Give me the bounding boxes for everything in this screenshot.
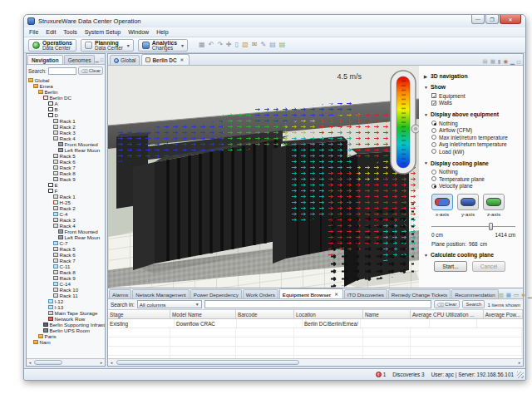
bottom-tab[interactable]: ITO Discoveries ✕ bbox=[344, 289, 387, 298]
radio-icon[interactable] bbox=[431, 170, 436, 175]
window-control-button[interactable]: — bbox=[471, 15, 485, 24]
toolbar-icon[interactable]: ✉ bbox=[252, 42, 258, 48]
column-header[interactable]: Average Pow... bbox=[484, 310, 523, 318]
radio-icon[interactable] bbox=[431, 142, 436, 147]
tree-item[interactable]: Rack 7 bbox=[27, 165, 105, 170]
columns-filter-dropdown[interactable]: All columns ▼ bbox=[137, 300, 202, 308]
tree-item[interactable]: Front Mounted bbox=[27, 141, 105, 147]
section-show[interactable]: ▼Show bbox=[424, 84, 519, 90]
tree-item[interactable]: A bbox=[27, 101, 105, 106]
tree-item[interactable]: Rack 8 bbox=[27, 170, 105, 176]
window-control-button[interactable]: ❐ bbox=[485, 15, 499, 24]
column-header[interactable]: Barcode bbox=[236, 310, 294, 318]
show-option[interactable]: Equipment bbox=[431, 92, 519, 100]
column-header[interactable]: Average CPU Utilization ... bbox=[411, 310, 484, 318]
close-icon[interactable]: ✕ bbox=[179, 57, 186, 63]
tree-item[interactable]: Rack 2 bbox=[27, 124, 105, 130]
display-above-option[interactable]: Nothing bbox=[431, 120, 519, 127]
tree-item[interactable]: Rack 10 bbox=[27, 287, 105, 293]
chevron-down-icon[interactable]: ▾ bbox=[126, 42, 130, 48]
toolbar-icon[interactable]: ▤ bbox=[269, 42, 276, 48]
tree-item[interactable]: Rack 9 bbox=[27, 275, 105, 281]
radio-icon[interactable] bbox=[431, 128, 436, 133]
view-toolbar-icon[interactable]: ▦ bbox=[490, 58, 495, 65]
tree-item[interactable]: Paris bbox=[27, 333, 105, 339]
radio-icon[interactable] bbox=[431, 176, 436, 181]
checkbox-icon[interactable] bbox=[431, 93, 436, 98]
menu-item[interactable]: Tools bbox=[63, 29, 76, 35]
display-above-option[interactable]: Avg inlet/return temperature bbox=[431, 141, 519, 149]
radio-icon[interactable] bbox=[431, 121, 436, 126]
bottom-tab[interactable]: Recommendation ✕ bbox=[451, 289, 499, 298]
tree-item[interactable]: Rack 11 bbox=[27, 293, 105, 298]
tree-item[interactable]: Main Tape Storage bbox=[27, 310, 105, 316]
3d-view[interactable]: 4.5 m/s bbox=[108, 66, 419, 288]
tree-item[interactable]: Berlin DC bbox=[27, 95, 105, 101]
radio-icon[interactable] bbox=[431, 135, 436, 140]
panel-header-icon[interactable]: □ bbox=[101, 57, 103, 62]
editor-tab[interactable]: Global ✕ bbox=[110, 55, 140, 65]
tree-item[interactable]: Rack 5 bbox=[27, 153, 105, 159]
show-option[interactable]: Walls bbox=[431, 100, 519, 107]
cancel-button[interactable]: Cancel bbox=[472, 261, 505, 272]
3d-scene[interactable]: 4.5 m/s bbox=[108, 66, 419, 288]
tree-item[interactable]: Rack 5 bbox=[27, 246, 105, 252]
tree-item[interactable]: F bbox=[27, 188, 105, 194]
column-header[interactable]: Stage bbox=[108, 310, 170, 318]
bottom-tab[interactable]: Work Orders ✕ bbox=[243, 289, 278, 298]
tree-horizontal-scrollbar[interactable]: ◂ ▸ bbox=[27, 358, 105, 366]
perspective-button[interactable]: Analytics Changes ▾ bbox=[138, 39, 188, 52]
section-display-above[interactable]: ▼Display above equipment bbox=[424, 111, 519, 117]
scroll-left-icon[interactable]: ◂ bbox=[27, 359, 33, 366]
cooling-plane-option[interactable]: Nothing bbox=[431, 169, 519, 176]
panel-header-icon[interactable]: ▁ bbox=[95, 57, 98, 62]
tree-item[interactable]: H-25 bbox=[27, 200, 105, 205]
tree-search-input[interactable] bbox=[48, 67, 76, 75]
window-control-button[interactable]: ✕ bbox=[500, 15, 521, 24]
title-bar[interactable]: StruxureWare Data Center Operation —❐✕ bbox=[24, 15, 525, 27]
plane-position-slider[interactable] bbox=[431, 222, 515, 230]
error-indicator[interactable]: ! 1 bbox=[376, 372, 387, 377]
close-icon[interactable]: ✕ bbox=[332, 291, 340, 298]
display-above-option[interactable]: Airflow (CFM) bbox=[431, 127, 519, 135]
tree-item[interactable]: Rack 7 bbox=[27, 258, 105, 264]
tree-item[interactable]: C-7 bbox=[27, 240, 105, 246]
tree-item[interactable]: Berlin UPS Room bbox=[27, 328, 105, 333]
tree-item[interactable]: Front Mounted bbox=[27, 229, 105, 234]
menu-item[interactable]: System Setup bbox=[85, 29, 121, 35]
tree-item[interactable]: Nam bbox=[27, 339, 105, 345]
tree-item[interactable]: Rack 1 bbox=[27, 118, 105, 124]
toolbar-icon[interactable]: ▯ bbox=[235, 42, 239, 48]
tree-item[interactable]: Rack 3 bbox=[27, 217, 105, 223]
column-header[interactable]: Model Name bbox=[170, 310, 236, 318]
toolbar-icon[interactable]: ✎ bbox=[260, 42, 266, 48]
menu-item[interactable]: Edit bbox=[46, 29, 56, 35]
view-toolbar-icon[interactable]: ◉ bbox=[503, 58, 508, 65]
tree-item[interactable]: Global bbox=[27, 77, 105, 83]
scrollbar-thumb[interactable] bbox=[34, 360, 62, 365]
toolbar-icon[interactable]: ↷ bbox=[217, 42, 223, 48]
bottom-toolbar-icon[interactable]: ▥ bbox=[499, 292, 504, 298]
bottom-tab[interactable]: Alarms ✕ bbox=[109, 289, 131, 298]
display-above-option[interactable]: Load (kW) bbox=[431, 148, 519, 155]
tree-item[interactable]: B bbox=[27, 106, 105, 112]
resize-grip[interactable] bbox=[517, 372, 524, 378]
menu-item[interactable]: Window bbox=[128, 29, 149, 35]
tree-item[interactable]: C-11 bbox=[27, 264, 105, 269]
tree-item[interactable]: Rack 3 bbox=[27, 130, 105, 135]
display-above-option[interactable]: Max inlet/return temperature bbox=[431, 134, 519, 141]
tree-item[interactable]: Berlin bbox=[27, 89, 105, 95]
start-button[interactable]: Start... bbox=[434, 261, 467, 272]
column-header[interactable]: Name bbox=[363, 310, 411, 318]
bottom-tab[interactable]: Network Management ✕ bbox=[132, 289, 190, 298]
tree-item[interactable]: Network Row bbox=[27, 316, 105, 322]
tree-item[interactable]: I-13 bbox=[27, 304, 105, 310]
chevron-down-icon[interactable]: ▾ bbox=[180, 42, 184, 48]
toolbar-icon[interactable]: ↶ bbox=[209, 42, 214, 48]
scrollbar-thumb[interactable] bbox=[116, 360, 299, 365]
view-toolbar-icon[interactable]: ▁ bbox=[510, 58, 515, 65]
toolbar-icon[interactable]: ▤ bbox=[279, 42, 286, 48]
bottom-toolbar-icon[interactable]: ▦ bbox=[506, 292, 511, 298]
axis-button[interactable] bbox=[483, 194, 505, 210]
table-row[interactable]: Existing Downflow CRAC Berlin DC/Berlin/… bbox=[108, 319, 523, 328]
